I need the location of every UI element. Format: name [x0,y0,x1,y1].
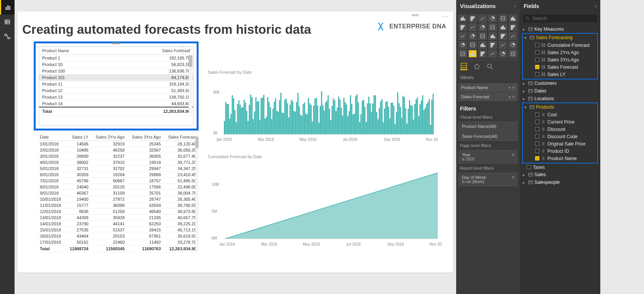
viz-type-icon[interactable] [478,32,487,40]
checkbox[interactable] [535,127,539,131]
viz-type-icon[interactable] [458,41,467,49]
model-view-button[interactable] [0,29,15,44]
fields-header[interactable]: Fields › [520,0,600,12]
viz-type-icon[interactable] [509,50,517,58]
table-node[interactable]: Dates [521,87,599,95]
viz-type-icon[interactable] [509,15,517,22]
field-item[interactable]: Sales 2Yrs Ago [530,49,597,56]
viz-type-icon[interactable] [499,23,507,31]
col-header[interactable]: Sales LY [66,134,91,141]
chevron-down-icon[interactable]: ▾ ✕ [509,86,515,90]
scrollbar[interactable] [196,135,199,251]
scrollbar-thumb[interactable] [189,55,192,67]
checkbox[interactable] [535,72,539,76]
viz-type-icon[interactable] [488,50,497,58]
table-row[interactable]: Product 100136,836.70 [39,68,193,74]
data-view-button[interactable] [0,15,15,29]
table-row[interactable]: 7/01/201845796506671875751,495.50 [38,178,199,184]
field-item[interactable]: Original Sale Price [530,140,597,147]
col-header[interactable]: Sales 2Yrs Ago [91,134,127,141]
chevron-right-icon[interactable]: › [595,3,596,9]
field-item[interactable]: Cost [530,111,597,118]
table-row[interactable]: 5/01/201832731327022994734,347.25 [38,165,199,172]
field-item[interactable]: Product ID [530,147,597,155]
field-well[interactable]: Sales Forecast▾ ✕ [458,92,518,101]
checkbox[interactable] [535,120,539,124]
table-row[interactable]: 17/01/201850162224601149233,278.70 [38,239,199,245]
fields-search[interactable] [523,15,597,22]
filter-card[interactable]: Product Name(All) [458,122,518,131]
checkbox[interactable] [535,134,539,139]
table-row[interactable]: 15/01/201827535515372841545,713.15 [38,227,199,233]
col-header[interactable]: Sales Forecast [163,134,199,141]
col-header[interactable]: Date [38,134,66,141]
viz-type-icon[interactable] [458,50,467,58]
table-row[interactable]: 6/01/201830359182642988823,410.45 [38,172,199,178]
viz-type-icon[interactable] [509,41,517,49]
checkbox[interactable] [535,58,539,62]
viz-type-icon[interactable] [499,41,507,49]
viz-type-icon[interactable] [509,23,517,31]
table-row[interactable]: 3/01/201828890322373605532,677.40 [38,153,199,159]
table-row[interactable]: 13/01/201844309359282133540,657.75 [38,215,199,221]
table-row[interactable]: Product 11159,184.20 [39,81,193,88]
visual-table-dates[interactable]: DateSales LYSales 2Yrs AgoSales 3Yrs Ago… [38,134,199,259]
checkbox[interactable] [535,50,539,55]
table-row[interactable]: 16/01/201843464291536795135,619.50 [38,233,199,239]
checkbox[interactable] [535,112,539,117]
viz-type-icon[interactable] [458,23,467,31]
chevron-right-icon[interactable]: › [514,3,516,9]
col-header[interactable]: Product Name [39,47,115,55]
scrollbar-thumb[interactable] [196,137,199,148]
table-row[interactable]: 11/01/201815777360986355930,790.55 [38,202,199,208]
table-row[interactable]: 14/01/201823790441416225039,225.20 [38,221,199,227]
viz-type-icon[interactable] [488,41,497,49]
viz-type-icon[interactable] [478,50,487,58]
viz-type-icon[interactable] [478,15,487,22]
table-node[interactable]: Locations [521,95,599,102]
table-row[interactable]: Product 1056,823.20 [39,61,193,68]
checkbox[interactable] [535,43,539,47]
viz-type-icon[interactable] [488,23,497,31]
table-row[interactable]: Product 10184,174.65 [39,74,193,81]
table-row[interactable]: Product 1444,693.60 [39,101,193,107]
visual-bar-chart[interactable]: Sales Forecast by Date 50K 0K Jan 2018Ma… [208,68,438,149]
table-row[interactable]: 12/01/20188838512584854038,973.90 [38,208,199,215]
table-row[interactable]: 2/01/201810485462583256736,050.35 [38,147,199,153]
checkbox[interactable] [535,65,539,69]
checkbox[interactable] [535,149,539,153]
table-node[interactable]: Products [523,103,597,111]
close-icon[interactable]: ✕ [511,175,515,180]
checkbox[interactable] [535,156,539,160]
page-more-menu[interactable]: ··· [442,13,449,20]
checkbox[interactable] [535,142,539,146]
viz-type-icon[interactable] [509,32,517,40]
field-item[interactable]: Product Name [530,155,597,162]
viz-type-icon[interactable] [468,15,477,22]
report-page[interactable]: ··· ↖ Creating automated forecasts from … [18,12,453,273]
table-node[interactable]: Sales Forecasting [523,34,597,41]
table-row[interactable]: 1/01/201814506329192534528,120.40 [38,141,199,147]
table-row[interactable]: 10/01/201819400278722874726,300.40 [38,196,199,202]
viz-type-icon[interactable] [488,32,497,40]
table-row[interactable]: 4/01/201838002378151951839,771.20 [38,159,199,165]
analytics-tab[interactable] [486,63,494,70]
format-tab[interactable] [473,63,481,70]
checkbox[interactable] [527,165,531,169]
filter-card[interactable]: Sales Forecast(All) [458,132,518,141]
viz-type-icon[interactable] [468,23,477,31]
col-header[interactable]: Sales Forecast [115,47,193,55]
drag-handle-icon[interactable] [112,43,120,44]
table-row[interactable]: 8/01/201824040201201756622,498.00 [38,184,199,190]
viz-type-icon[interactable] [478,41,487,49]
visualizations-header[interactable]: Visualizations › [456,0,520,12]
field-item[interactable]: Sales LY [530,71,597,78]
field-item[interactable]: Sales 3Yrs Ago [530,56,597,63]
table-node[interactable]: Sales [521,171,599,178]
viz-type-icon[interactable] [458,32,467,40]
chevron-down-icon[interactable]: ▾ ✕ [509,95,515,99]
viz-type-icon[interactable] [499,50,507,58]
table-node[interactable]: Salespeople [521,178,599,186]
viz-type-icon[interactable] [488,15,497,22]
table-node[interactable]: Customers [521,79,599,87]
